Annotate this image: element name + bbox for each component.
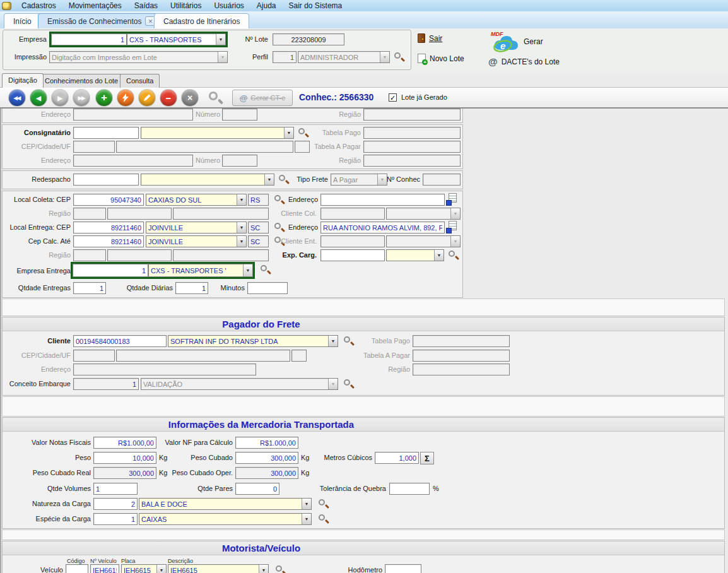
menu-cadastros[interactable]: Cadastros: [15, 0, 62, 11]
search-icon[interactable]: [448, 250, 459, 261]
chevron-down-icon[interactable]: ▼: [237, 236, 246, 247]
tabela-a-pagar-field[interactable]: [363, 141, 461, 153]
sair-button[interactable]: Sair: [418, 33, 442, 43]
natureza-combo[interactable]: BALA E DOCE ▼: [139, 498, 312, 510]
search-icon[interactable]: [260, 264, 271, 276]
lote-ja-gerado-checkbox[interactable]: ✓: [389, 93, 397, 102]
hodometro-input[interactable]: [385, 564, 421, 573]
numero-field[interactable]: [222, 155, 257, 167]
cliente-combo[interactable]: SOFTRAN INF DO TRANSP LTDA ▼: [168, 335, 338, 347]
tolerancia-quebra-input[interactable]: [389, 483, 430, 495]
minutos-input[interactable]: [247, 282, 288, 294]
coleta-regiao-2[interactable]: [107, 208, 172, 220]
exp-carg-combo[interactable]: ▼: [386, 249, 444, 261]
coleta-cep-input[interactable]: [73, 194, 144, 206]
n-conhec-field[interactable]: [423, 174, 461, 186]
search-icon[interactable]: [318, 514, 329, 525]
chevron-down-icon[interactable]: ▼: [302, 499, 311, 509]
search-icon[interactable]: [275, 565, 286, 573]
tabela-a-pagar-field[interactable]: [413, 350, 510, 362]
coleta-endereco-input[interactable]: [320, 194, 445, 206]
redespacho-combo[interactable]: ▼: [141, 174, 274, 186]
first-record-icon[interactable]: ◀◀: [9, 90, 25, 106]
especie-combo[interactable]: CAIXAS ▼: [139, 513, 312, 525]
cep-field[interactable]: [73, 141, 115, 153]
veiculo-codigo-input[interactable]: [66, 564, 88, 573]
tabela-pago-field[interactable]: [413, 335, 510, 347]
chevron-down-icon[interactable]: ▼: [156, 565, 166, 573]
gerar-cte-button[interactable]: @ Gerar CT-e: [232, 90, 293, 106]
empresa-combo[interactable]: CXS - TRANSPORTES ▼: [127, 33, 226, 45]
chevron-down-icon[interactable]: ▼: [328, 379, 338, 389]
chevron-down-icon[interactable]: ▼: [216, 34, 225, 45]
menu-utilitarios[interactable]: Utilitários: [164, 0, 208, 11]
peso-cubado-input[interactable]: [235, 452, 298, 464]
cliente-ent-field[interactable]: [320, 235, 385, 247]
regiao-field[interactable]: [413, 363, 510, 375]
qtde-pares-input[interactable]: [235, 483, 279, 495]
entrega-regiao-3[interactable]: [173, 249, 269, 261]
natureza-code-input[interactable]: [93, 498, 138, 510]
coleta-regiao-3[interactable]: [173, 208, 269, 220]
tab-digitacao[interactable]: Digitação: [2, 73, 44, 88]
gerar-mdfe-button[interactable]: MDF e Gerar: [487, 30, 543, 53]
search-icon[interactable]: [343, 379, 355, 390]
chevron-down-icon[interactable]: ▼: [450, 236, 460, 247]
tabela-pago-field[interactable]: [363, 127, 461, 139]
endereco-field[interactable]: [73, 155, 193, 167]
dacte-button[interactable]: @ DACTE's do Lote: [488, 56, 560, 67]
cliente-col-field[interactable]: [320, 208, 385, 220]
last-record-icon[interactable]: ▶▶: [73, 90, 90, 106]
qtdade-diarias-input[interactable]: [175, 282, 208, 294]
regiao-field[interactable]: [363, 109, 461, 121]
search-icon[interactable]: [298, 127, 309, 139]
chevron-down-icon[interactable]: ▼: [450, 208, 460, 219]
coleta-regiao-1[interactable]: [73, 208, 106, 220]
cidade-field[interactable]: [116, 141, 293, 153]
regiao-field[interactable]: [363, 155, 461, 167]
menu-sair-do-sistema[interactable]: Sair do Sistema: [283, 0, 349, 11]
tipo-frete-combo[interactable]: A Pagar ▼: [331, 174, 387, 186]
edit-pencil-icon[interactable]: [139, 90, 155, 106]
empresa-code-input[interactable]: [51, 33, 127, 45]
empresa-entrega-code-input[interactable]: [73, 264, 148, 277]
chevron-down-icon[interactable]: ▼: [237, 194, 246, 205]
next-record-icon[interactable]: ▶: [52, 90, 68, 106]
qtdade-entregas-input[interactable]: [73, 282, 106, 294]
tab-inicio[interactable]: Início: [4, 13, 41, 28]
empresa-entrega-combo[interactable]: CXS - TRANSPORTES ' ▼: [148, 264, 253, 277]
perfil-combo[interactable]: ADMINISTRADOR ▼: [298, 51, 390, 63]
add-record-icon[interactable]: +: [96, 90, 112, 106]
delete-record-icon[interactable]: −: [160, 90, 177, 106]
chevron-down-icon[interactable]: ▼: [284, 127, 293, 138]
entrega-cidade-combo[interactable]: JOINVILLE ▼: [146, 222, 247, 233]
qtde-volumes-input[interactable]: [93, 483, 138, 495]
cep-field[interactable]: [73, 350, 115, 362]
cliente-col-combo[interactable]: ▼: [386, 208, 461, 220]
tab-conhecimentos-do-lote[interactable]: Conhecimentos do Lote: [38, 74, 124, 88]
tab-emissao-conhecimentos[interactable]: Emissão de Conhecimentos ✕: [38, 13, 165, 28]
valor-notas-fiscais-input[interactable]: [93, 437, 156, 449]
lightning-icon[interactable]: [117, 90, 134, 106]
entrega-regiao-1[interactable]: [73, 249, 106, 261]
chevron-down-icon[interactable]: ▼: [259, 565, 268, 573]
address-picker-icon[interactable]: [446, 221, 461, 233]
coleta-cidade-combo[interactable]: CAXIAS DO SUL ▼: [146, 194, 247, 206]
uf-field[interactable]: [291, 350, 307, 362]
exp-carg-input[interactable]: [320, 249, 385, 261]
menu-saidas[interactable]: Saídas: [128, 0, 164, 11]
cancel-icon[interactable]: ×: [182, 90, 198, 106]
address-picker-icon[interactable]: [446, 193, 461, 206]
menu-usuarios[interactable]: Usuários: [208, 0, 250, 11]
cliente-code-input[interactable]: [73, 335, 167, 347]
menu-ajuda[interactable]: Ajuda: [250, 0, 283, 11]
chevron-down-icon[interactable]: ▼: [302, 514, 311, 524]
sigma-sum-button[interactable]: Σ: [420, 452, 434, 464]
search-icon[interactable]: [318, 499, 329, 510]
tab-consulta[interactable]: Consulta: [120, 74, 160, 88]
chevron-down-icon[interactable]: ▼: [218, 52, 227, 62]
menu-movimentacoes[interactable]: Movimentações: [62, 0, 128, 11]
cep-calc-input[interactable]: [73, 235, 144, 247]
entrega-endereco-input[interactable]: [320, 222, 445, 233]
conceito-combo[interactable]: VALIDAÇÃO ▼: [141, 378, 338, 390]
